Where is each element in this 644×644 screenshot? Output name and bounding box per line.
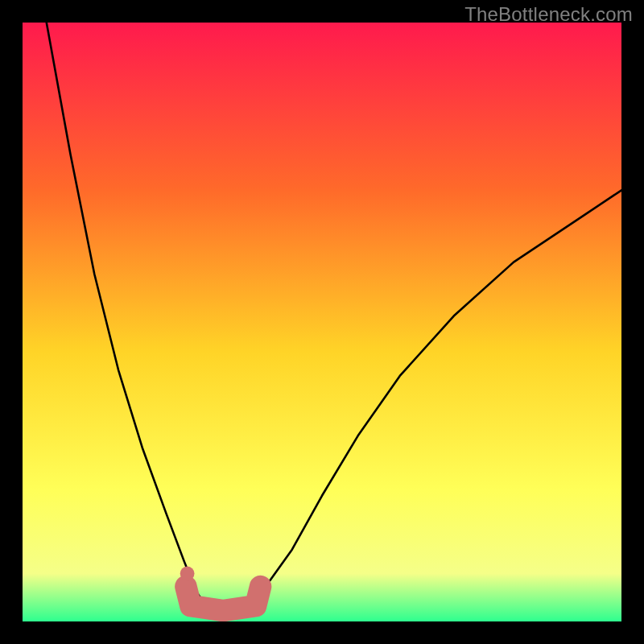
- chart-frame: TheBottleneck.com: [0, 0, 644, 644]
- marker-dot: [180, 567, 195, 581]
- plot-svg: [23, 23, 621, 621]
- watermark-text: TheBottleneck.com: [464, 3, 633, 26]
- gradient-background: [23, 23, 621, 621]
- plot-area: [23, 23, 621, 621]
